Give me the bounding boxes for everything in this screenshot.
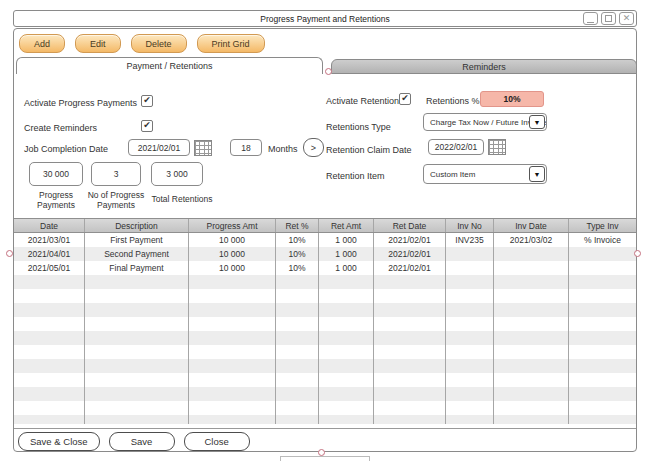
activate-progress-payments-label: Activate Progress Payments bbox=[24, 98, 137, 108]
table-cell bbox=[276, 289, 319, 303]
table-cell bbox=[494, 275, 569, 289]
table-cell[interactable]: 2021/04/01 bbox=[14, 247, 85, 261]
table-row[interactable]: 2021/03/01First Payment10 00010%1 000202… bbox=[14, 233, 636, 247]
table-row[interactable]: 2021/05/01Final Payment10 00010%1 000202… bbox=[14, 261, 636, 275]
table-cell bbox=[276, 275, 319, 289]
table-empty-row bbox=[14, 289, 636, 303]
advance-date-button[interactable]: > bbox=[303, 138, 324, 157]
table-cell[interactable]: 2021/02/01 bbox=[374, 261, 446, 275]
delete-button[interactable]: Delete bbox=[131, 34, 187, 53]
table-cell bbox=[446, 415, 494, 424]
table-cell[interactable]: 2021/05/01 bbox=[14, 261, 85, 275]
tab-label: Payment / Retentions bbox=[126, 61, 212, 71]
table-cell[interactable]: 10 000 bbox=[189, 247, 276, 261]
table-cell bbox=[14, 303, 85, 317]
activate-retentions-label: Activate Retentions bbox=[326, 96, 404, 106]
table-empty-row bbox=[14, 345, 636, 359]
close-footer-button[interactable]: Close bbox=[184, 432, 250, 451]
table-cell bbox=[14, 415, 85, 424]
retention-claim-date-input[interactable]: 2022/02/01 bbox=[428, 139, 484, 155]
table-cell bbox=[189, 401, 276, 415]
total-retentions-caption: Total Retentions bbox=[145, 194, 219, 204]
retentions-type-label: Retentions Type bbox=[326, 122, 391, 132]
progress-payments-caption: Progress Payments bbox=[26, 190, 86, 210]
table-cell[interactable]: % Invoice bbox=[569, 233, 636, 247]
minimize-button[interactable] bbox=[583, 12, 598, 25]
table-cell bbox=[189, 345, 276, 359]
column-header: Progress Amt bbox=[189, 219, 276, 232]
table-cell[interactable]: Final Payment bbox=[85, 261, 189, 275]
table-cell bbox=[276, 359, 319, 373]
table-cell[interactable] bbox=[494, 247, 569, 261]
activate-retentions-checkbox[interactable]: ✔ bbox=[399, 93, 411, 105]
table-cell[interactable]: 10% bbox=[276, 247, 319, 261]
save-button[interactable]: Save bbox=[109, 432, 175, 451]
job-completion-date-input[interactable]: 2021/02/01 bbox=[128, 139, 190, 156]
table-cell bbox=[446, 401, 494, 415]
create-reminders-checkbox[interactable]: ✔ bbox=[141, 120, 153, 132]
tab-payment-retentions[interactable]: Payment / Retentions bbox=[16, 57, 323, 74]
close-button[interactable]: ✕ bbox=[619, 12, 634, 25]
table-cell bbox=[14, 345, 85, 359]
months-input[interactable]: 18 bbox=[230, 139, 262, 156]
retention-item-value: Custom Item bbox=[430, 170, 475, 179]
table-cell[interactable]: 1 000 bbox=[319, 247, 374, 261]
chevron-down-icon: ▼ bbox=[529, 115, 545, 129]
table-cell[interactable]: First Payment bbox=[85, 233, 189, 247]
table-cell[interactable]: INV235 bbox=[446, 233, 494, 247]
calendar-icon[interactable] bbox=[194, 140, 212, 156]
table-cell[interactable] bbox=[569, 247, 636, 261]
months-label: Months bbox=[268, 144, 298, 154]
table-cell bbox=[85, 317, 189, 331]
calendar-icon[interactable] bbox=[488, 139, 506, 155]
activate-progress-payments-checkbox[interactable]: ✔ bbox=[141, 95, 153, 107]
table-cell[interactable]: 2021/03/01 bbox=[14, 233, 85, 247]
table-cell bbox=[319, 359, 374, 373]
maximize-button[interactable] bbox=[601, 12, 616, 25]
table-cell bbox=[569, 401, 636, 415]
add-button[interactable]: Add bbox=[19, 34, 65, 53]
table-cell[interactable]: 2021/02/01 bbox=[374, 247, 446, 261]
retentions-type-dropdown[interactable]: Charge Tax Now / Future Invoice ▼ bbox=[423, 113, 547, 131]
table-cell bbox=[446, 387, 494, 401]
table-cell bbox=[494, 289, 569, 303]
print-grid-button[interactable]: Print Grid bbox=[197, 34, 265, 53]
edit-button[interactable]: Edit bbox=[75, 34, 121, 53]
table-cell[interactable] bbox=[446, 261, 494, 275]
table-cell[interactable] bbox=[569, 261, 636, 275]
table-cell[interactable]: 2021/02/01 bbox=[374, 233, 446, 247]
retentions-pct-value[interactable]: 10% bbox=[480, 91, 544, 107]
table-cell[interactable] bbox=[494, 261, 569, 275]
table-cell bbox=[374, 331, 446, 345]
connector-handle bbox=[325, 68, 332, 75]
save-and-close-button[interactable]: Save & Close bbox=[18, 432, 100, 451]
table-cell[interactable]: 10% bbox=[276, 233, 319, 247]
table-cell bbox=[276, 373, 319, 387]
close-icon: ✕ bbox=[623, 14, 631, 23]
payments-table: DateDescriptionProgress AmtRet %Ret AmtR… bbox=[14, 218, 636, 424]
table-row[interactable]: 2021/04/01Second Payment10 00010%1 00020… bbox=[14, 247, 636, 261]
table-cell bbox=[494, 345, 569, 359]
table-cell bbox=[446, 317, 494, 331]
table-cell bbox=[319, 275, 374, 289]
table-cell[interactable]: 10 000 bbox=[189, 233, 276, 247]
table-cell bbox=[189, 303, 276, 317]
table-cell[interactable]: Second Payment bbox=[85, 247, 189, 261]
table-cell[interactable] bbox=[446, 247, 494, 261]
table-cell bbox=[14, 387, 85, 401]
offscreen-shape bbox=[280, 456, 370, 461]
table-cell bbox=[374, 373, 446, 387]
no-of-progress-payments-caption: No of Progress Payments bbox=[85, 190, 147, 210]
table-cell bbox=[494, 331, 569, 345]
retention-item-dropdown[interactable]: Custom Item ▼ bbox=[423, 164, 547, 184]
table-cell[interactable]: 10 000 bbox=[189, 261, 276, 275]
table-cell[interactable]: 2021/03/02 bbox=[494, 233, 569, 247]
job-completion-date-label: Job Completion Date bbox=[24, 144, 108, 154]
table-cell[interactable]: 10% bbox=[276, 261, 319, 275]
tab-reminders[interactable]: Reminders bbox=[331, 59, 637, 74]
table-cell bbox=[189, 275, 276, 289]
table-header-row: DateDescriptionProgress AmtRet %Ret AmtR… bbox=[14, 218, 636, 233]
table-cell[interactable]: 1 000 bbox=[319, 233, 374, 247]
table-cell[interactable]: 1 000 bbox=[319, 261, 374, 275]
table-cell bbox=[446, 303, 494, 317]
